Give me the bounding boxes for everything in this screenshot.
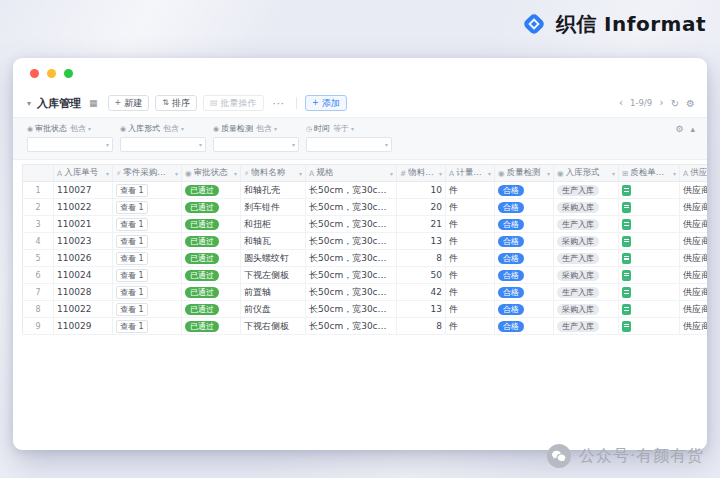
view-record-button[interactable]: 查看 1 — [116, 286, 148, 299]
column-header-label: 计量单位 — [456, 167, 486, 179]
prev-page-icon[interactable]: ‹ — [619, 98, 623, 108]
field-type-icon: ◉ — [185, 169, 192, 178]
table-row[interactable]: 8110022查看 1已通过前仪盘长50cm，宽30cm的SY113件合格采购入… — [23, 301, 708, 318]
table-row[interactable]: 9110029查看 1已通过下视右侧板长50cm，宽30cm的SY18件合格生产… — [23, 318, 708, 335]
supplier-cell: 供应商1 — [680, 216, 708, 233]
approval-status-badge: 已通过 — [185, 202, 219, 213]
filter-value-input[interactable]: ▾ — [306, 137, 392, 152]
column-header[interactable]: ⚡零件采购计划▾ — [113, 165, 182, 182]
new-button[interactable]: +新建 — [108, 95, 150, 111]
inbound-type-cell: 采购入库 — [554, 199, 619, 216]
attachment-thumbnail-icon[interactable] — [622, 270, 631, 281]
unit-cell: 件 — [446, 301, 495, 318]
batch-actions-button[interactable]: ▤批量操作 — [203, 95, 264, 111]
view-record-button[interactable]: 查看 1 — [116, 218, 148, 231]
column-header[interactable]: #物料数量▾ — [397, 165, 446, 182]
spec-cell: 长50cm，宽30cm的SY1 — [306, 284, 397, 301]
table-row[interactable]: 6110024查看 1已通过下视左侧板长50cm，宽30cm的SY150件合格采… — [23, 267, 708, 284]
filter-settings-gear-icon[interactable]: ⚙ — [675, 124, 683, 134]
next-page-icon[interactable]: › — [659, 98, 663, 108]
qc-result-badge: 合格 — [498, 304, 524, 315]
column-header[interactable]: ◉入库形式▾ — [554, 165, 619, 182]
attachment-thumbnail-icon[interactable] — [622, 253, 631, 264]
settings-gear-icon[interactable]: ⚙ — [686, 98, 695, 109]
attachment-thumbnail-icon[interactable] — [622, 287, 631, 298]
table-row[interactable]: 7110028查看 1已通过前置轴长50cm，宽30cm的SY142件合格生产入… — [23, 284, 708, 301]
filter-field-name: 入库形式 — [128, 123, 160, 134]
view-record-button[interactable]: 查看 1 — [116, 303, 148, 316]
view-record-button[interactable]: 查看 1 — [116, 184, 148, 197]
filter-label[interactable]: ◉审批状态包含▾ — [27, 123, 113, 134]
table-row[interactable]: 4110023查看 1已通过和轴瓦长50cm，宽30cm的SY113件合格采购入… — [23, 233, 708, 250]
view-record-button[interactable]: 查看 1 — [116, 201, 148, 214]
view-record-button[interactable]: 查看 1 — [116, 235, 148, 248]
chevron-down-icon[interactable]: ▾ — [27, 99, 31, 108]
chevron-down-icon: ▾ — [88, 125, 91, 132]
attachment-thumbnail-icon[interactable] — [622, 202, 631, 213]
attachment-cell — [619, 267, 680, 284]
unit-cell: 件 — [446, 199, 495, 216]
qc-result-badge: 合格 — [498, 219, 524, 230]
table-row[interactable]: 3110021查看 1已通过和扭柜长50cm，宽30cm的SY121件合格生产入… — [23, 216, 708, 233]
column-header-blank[interactable] — [23, 165, 54, 182]
filter-value-input[interactable]: ▾ — [213, 137, 299, 152]
filter-operator: 包含 — [163, 123, 179, 134]
chevron-down-icon: ▾ — [175, 170, 178, 177]
approval-status-badge: 已通过 — [185, 270, 219, 281]
column-header[interactable]: A规格▾ — [306, 165, 397, 182]
filter-label[interactable]: ◷时间等于▾ — [306, 123, 392, 134]
collapse-filters-icon[interactable]: ▴ — [690, 124, 695, 134]
column-header[interactable]: A入库单号▾ — [54, 165, 113, 182]
table-row[interactable]: 2110022查看 1已通过刹车钳件长50cm，宽30cm的SY120件合格采购… — [23, 199, 708, 216]
approval-cell: 已通过 — [182, 182, 241, 199]
row-index: 4 — [23, 233, 54, 250]
table-row[interactable]: 1110027查看 1已通过和轴孔壳长50cm，宽30cm的SY110件合格生产… — [23, 182, 708, 199]
view-record-button[interactable]: 查看 1 — [116, 269, 148, 282]
filter-value-input[interactable]: ▾ — [120, 137, 206, 152]
inbound-type-cell: 生产入库 — [554, 182, 619, 199]
attachment-cell — [619, 233, 680, 250]
add-button[interactable]: +添加 — [305, 95, 347, 111]
material-cell: 前仪盘 — [241, 301, 306, 318]
table-row[interactable]: 5110026查看 1已通过圆头螺纹钉长50cm，宽30cm的SY18件合格生产… — [23, 250, 708, 267]
column-header[interactable]: A计量单位▾ — [446, 165, 495, 182]
material-cell: 刹车钳件 — [241, 199, 306, 216]
plan-cell: 查看 1 — [113, 233, 182, 250]
close-window-button[interactable] — [30, 69, 39, 78]
refresh-icon[interactable]: ↻ — [671, 98, 679, 109]
plan-cell: 查看 1 — [113, 318, 182, 335]
maximize-window-button[interactable] — [64, 69, 73, 78]
column-header[interactable]: ◉质量检测▾ — [495, 165, 554, 182]
qc-cell: 合格 — [495, 199, 554, 216]
material-cell: 和轴瓦 — [241, 233, 306, 250]
column-header-label: 物料数量 — [408, 167, 437, 179]
view-record-button[interactable]: 查看 1 — [116, 252, 148, 265]
attachment-thumbnail-icon[interactable] — [622, 304, 631, 315]
attachment-thumbnail-icon[interactable] — [622, 219, 631, 230]
filter-label[interactable]: ◉质量检测包含▾ — [213, 123, 299, 134]
unit-cell: 件 — [446, 182, 495, 199]
batch-icon: ▤ — [210, 96, 218, 110]
qc-cell: 合格 — [495, 284, 554, 301]
more-button[interactable]: ··· — [270, 98, 289, 109]
attachment-thumbnail-icon[interactable] — [622, 185, 631, 196]
column-header[interactable]: ⊞质检单附件▾ — [619, 165, 680, 182]
column-header[interactable]: ◉审批状态▾ — [182, 165, 241, 182]
order-no-cell: 110027 — [54, 182, 113, 199]
supplier-cell: 供应商1 — [680, 267, 708, 284]
chevron-down-icon: ▾ — [234, 170, 237, 177]
attachment-thumbnail-icon[interactable] — [622, 321, 631, 332]
sort-button[interactable]: ⇅排序 — [155, 95, 197, 111]
filter-value-input[interactable]: ▾ — [27, 137, 113, 152]
view-grid-icon[interactable]: ▦ — [89, 98, 98, 108]
inbound-type-cell: 采购入库 — [554, 233, 619, 250]
minimize-window-button[interactable] — [47, 69, 56, 78]
attachment-thumbnail-icon[interactable] — [622, 236, 631, 247]
filter-label[interactable]: ◉入库形式包含▾ — [120, 123, 206, 134]
qty-cell: 8 — [397, 250, 446, 267]
column-header[interactable]: A供应商▾ — [680, 165, 708, 182]
column-header[interactable]: ⚡物料名称▾ — [241, 165, 306, 182]
view-record-button[interactable]: 查看 1 — [116, 320, 148, 333]
supplier-cell: 供应商1 — [680, 199, 708, 216]
qc-cell: 合格 — [495, 318, 554, 335]
